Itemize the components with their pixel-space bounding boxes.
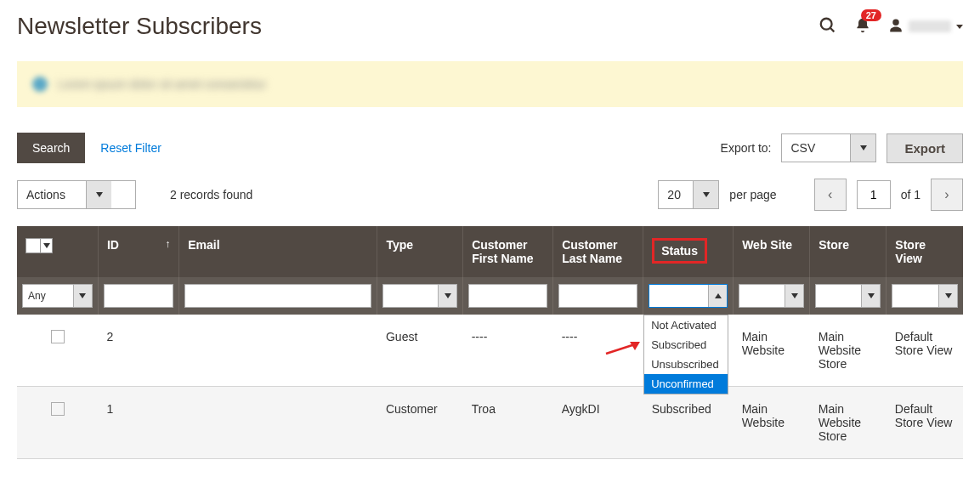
chevron-down-icon bbox=[693, 181, 718, 208]
filter-input-lastname[interactable] bbox=[558, 284, 637, 308]
table-row: 2 Guest ---- ---- Main Website Main Webs… bbox=[17, 315, 963, 387]
notifications-icon[interactable]: 27 bbox=[854, 16, 871, 37]
column-header-email[interactable]: Email bbox=[179, 226, 377, 277]
user-name-blurred bbox=[909, 20, 951, 32]
reset-filter-link[interactable]: Reset Filter bbox=[100, 141, 161, 155]
svg-line-2 bbox=[606, 344, 635, 354]
sort-asc-icon: ↑ bbox=[165, 238, 170, 250]
export-to-label: Export to: bbox=[721, 141, 772, 155]
next-page-button[interactable]: › bbox=[931, 179, 963, 211]
column-header-select[interactable] bbox=[17, 226, 98, 277]
filter-input-email[interactable] bbox=[184, 284, 371, 308]
cell-type: Customer bbox=[377, 387, 463, 459]
chevron-down-icon bbox=[86, 181, 111, 208]
cell-storeview: Default Store View bbox=[887, 315, 963, 387]
chevron-down-icon bbox=[850, 134, 875, 162]
cell-storeview: Default Store View bbox=[887, 387, 963, 459]
column-header-status[interactable]: Status bbox=[643, 226, 734, 277]
arrow-annotation bbox=[604, 342, 640, 357]
cell-id: 2 bbox=[98, 315, 178, 387]
cell-website: Main Website bbox=[734, 315, 810, 387]
column-header-store[interactable]: Store bbox=[810, 226, 887, 277]
notification-badge: 27 bbox=[861, 9, 881, 21]
export-format-value: CSV bbox=[782, 141, 850, 155]
cell-firstname: ---- bbox=[463, 315, 553, 387]
chevron-down-icon bbox=[73, 285, 92, 307]
of-pages-label: of 1 bbox=[901, 188, 921, 201]
chevron-down-icon bbox=[861, 285, 880, 307]
search-button[interactable]: Search bbox=[17, 133, 85, 163]
column-header-storeview[interactable]: Store View bbox=[887, 226, 963, 277]
select-all-checkbox[interactable] bbox=[26, 239, 40, 253]
filter-select-checkbox[interactable]: Any bbox=[22, 284, 93, 308]
page-size-value: 20 bbox=[659, 188, 693, 201]
status-option-not-activated[interactable]: Not Activated bbox=[644, 315, 728, 335]
chevron-down-icon bbox=[438, 285, 456, 307]
filter-input-id[interactable] bbox=[104, 284, 173, 308]
cell-email-blurred bbox=[179, 387, 377, 459]
chevron-down-icon[interactable] bbox=[40, 239, 52, 253]
filter-select-status[interactable] bbox=[649, 284, 728, 308]
message-bar: Lorem ipsum dolor sit amet consectetur bbox=[17, 61, 963, 107]
per-page-label: per page bbox=[729, 188, 776, 201]
user-icon bbox=[888, 18, 904, 36]
cell-status: Subscribed bbox=[643, 387, 734, 459]
column-header-type[interactable]: Type bbox=[377, 226, 463, 277]
cell-lastname: AygkDI bbox=[553, 387, 643, 459]
column-header-website[interactable]: Web Site bbox=[734, 226, 810, 277]
filter-select-website[interactable] bbox=[739, 284, 804, 308]
records-found: 2 records found bbox=[170, 188, 252, 201]
filter-input-firstname[interactable] bbox=[468, 284, 547, 308]
cell-website: Main Website bbox=[734, 387, 810, 459]
page-title: Newsletter Subscribers bbox=[17, 13, 262, 40]
filter-any-value: Any bbox=[23, 290, 73, 302]
status-highlight-annotation: Status bbox=[652, 238, 707, 264]
cell-type: Guest bbox=[377, 315, 463, 387]
prev-page-button[interactable]: ‹ bbox=[814, 179, 847, 211]
chevron-down-icon bbox=[938, 285, 957, 307]
cell-id: 1 bbox=[98, 387, 178, 459]
message-text-blurred: Lorem ipsum dolor sit amet consectetur bbox=[58, 77, 266, 91]
chevron-down-icon bbox=[785, 285, 803, 307]
status-option-unsubscribed[interactable]: Unsubscribed bbox=[644, 355, 728, 374]
table-row: 1 Customer Troa AygkDI Subscribed Main W… bbox=[17, 387, 963, 459]
svg-line-1 bbox=[830, 27, 835, 31]
info-icon bbox=[32, 77, 48, 92]
current-page-input[interactable] bbox=[857, 180, 891, 209]
svg-point-0 bbox=[821, 18, 832, 29]
status-dropdown-menu: Not Activated Subscribed Unsubscribed Un… bbox=[643, 315, 728, 394]
search-icon[interactable] bbox=[819, 16, 837, 37]
column-header-id[interactable]: ID↑ bbox=[98, 226, 178, 277]
chevron-up-icon bbox=[708, 285, 727, 307]
user-menu[interactable] bbox=[888, 18, 963, 36]
row-checkbox[interactable] bbox=[51, 330, 65, 343]
chevron-down-icon bbox=[956, 25, 963, 29]
status-option-subscribed[interactable]: Subscribed bbox=[644, 335, 728, 355]
cell-email-blurred bbox=[179, 315, 377, 387]
actions-select[interactable]: Actions bbox=[17, 180, 136, 209]
column-header-lastname[interactable]: Customer Last Name bbox=[553, 226, 643, 277]
row-checkbox[interactable] bbox=[51, 402, 65, 416]
filter-select-type[interactable] bbox=[382, 284, 457, 308]
actions-value: Actions bbox=[18, 188, 86, 201]
cell-firstname: Troa bbox=[463, 387, 553, 459]
page-size-select[interactable]: 20 bbox=[658, 180, 719, 209]
filter-select-store[interactable] bbox=[815, 284, 881, 308]
filter-select-storeview[interactable] bbox=[892, 284, 958, 308]
export-format-select[interactable]: CSV bbox=[781, 133, 876, 162]
cell-store: Main Website Store bbox=[810, 315, 887, 387]
status-option-unconfirmed[interactable]: Unconfirmed bbox=[644, 374, 728, 394]
cell-store: Main Website Store bbox=[810, 387, 887, 459]
subscribers-table: ID↑ Email Type Customer First Name Custo… bbox=[17, 226, 963, 459]
column-header-firstname[interactable]: Customer First Name bbox=[463, 226, 553, 277]
export-button[interactable]: Export bbox=[887, 133, 963, 163]
